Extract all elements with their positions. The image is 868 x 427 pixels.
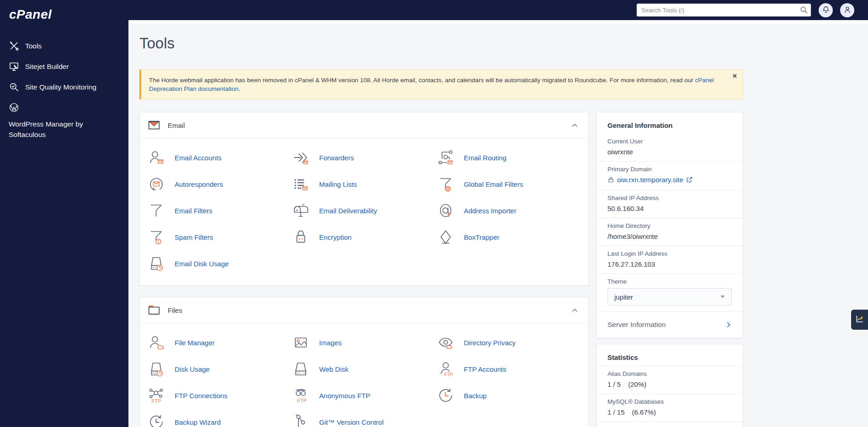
files-section-title: Files: [168, 306, 182, 314]
sidebar-item-label: Site Quality Monitoring: [25, 82, 96, 92]
encryption-link[interactable]: Encryption: [292, 226, 436, 248]
directory-privacy-link[interactable]: Directory Privacy: [437, 332, 581, 353]
email-section-header[interactable]: Email: [140, 112, 588, 138]
info-label: Current User: [607, 138, 732, 145]
stat-label: Alias Domains: [607, 370, 732, 377]
tool-item-label: Address Importer: [464, 207, 517, 215]
boxtrapper-link[interactable]: BoxTrapper: [437, 226, 581, 248]
anonymous-ftp-link[interactable]: FTPAnonymous FTP: [292, 385, 436, 406]
files-section-header[interactable]: Files: [140, 297, 588, 323]
email-routing-link[interactable]: Email Routing: [437, 147, 581, 169]
tool-item-label: File Manager: [175, 339, 215, 347]
notifications-button[interactable]: [819, 3, 833, 17]
disk-usage-link[interactable]: Disk Usage: [147, 358, 292, 380]
stat-percent: (20%): [628, 380, 646, 388]
email-filters-link[interactable]: Email Filters: [147, 200, 292, 221]
ftp-connections-link[interactable]: FTPFTP Connections: [147, 385, 292, 406]
server-information-label: Server Information: [607, 321, 666, 329]
main-content: Tools ✕ The Horde webmail application ha…: [128, 20, 868, 427]
info-row-theme: Theme jupiter: [596, 274, 743, 311]
sidebar-item-site-quality-monitoring[interactable]: Site Quality Monitoring: [0, 77, 128, 97]
address-importer-link[interactable]: Address Importer: [437, 200, 581, 221]
stat-value: 1 / 5(20%): [607, 380, 732, 388]
boxtrapper-icon: [437, 228, 455, 246]
sidebar-item-sitejet-builder[interactable]: Sitejet Builder: [0, 56, 128, 77]
email-accounts-link[interactable]: Email Accounts: [147, 147, 292, 169]
tool-item-label: Email Accounts: [175, 154, 222, 162]
info-label: Primary Domain: [607, 166, 732, 173]
info-label: Home Directory: [607, 222, 732, 229]
page-title: Tools: [139, 35, 857, 52]
email-accounts-icon: [147, 148, 165, 167]
info-row-last-login-ip-address: Last Login IP Address176.27.126.103: [596, 246, 743, 274]
info-row-primary-domain: Primary Domainoiw.rxn.temporary.site: [596, 161, 743, 190]
site-quality-monitoring-icon: [9, 82, 19, 92]
forwarders-link[interactable]: Forwarders: [292, 147, 436, 169]
tool-item-label: Directory Privacy: [464, 339, 516, 347]
account-button[interactable]: [840, 3, 854, 17]
svg-text:FTP: FTP: [444, 372, 453, 377]
stat-value: 1 / 15(6.67%): [607, 408, 732, 416]
sidebar-item-tools[interactable]: Tools: [0, 36, 128, 56]
stat-row-alias-domains: Alias Domains1 / 5(20%): [596, 366, 743, 394]
email-deliverability-link[interactable]: Email Deliverability: [292, 200, 436, 221]
tool-item-label: Spam Filters: [175, 233, 213, 241]
tool-item-label: Global Email Filters: [464, 180, 523, 188]
backup-wizard-link[interactable]: Backup Wizard: [147, 411, 292, 427]
mailing-lists-link[interactable]: Mailing Lists: [292, 173, 436, 195]
ftp-accounts-link[interactable]: FTPFTP Accounts: [437, 358, 581, 380]
disk-usage-icon: [147, 360, 165, 378]
search-icon: [800, 6, 808, 14]
close-icon[interactable]: ✕: [732, 73, 737, 79]
anonymous-ftp-icon: FTP: [292, 386, 310, 405]
tool-item-label: FTP Connections: [175, 392, 228, 400]
info-label: Shared IP Address: [607, 195, 732, 201]
tool-item-label: Disk Usage: [175, 365, 210, 373]
chevron-up-icon[interactable]: [571, 307, 578, 314]
tool-item-label: Email Routing: [464, 154, 506, 162]
backup-link[interactable]: Backup: [437, 385, 581, 406]
info-value: oiwrxnte: [607, 148, 732, 156]
chart-icon: [855, 314, 864, 325]
email-disk-usage-link[interactable]: Email Disk Usage: [147, 253, 292, 274]
primary-domain-link[interactable]: oiw.rxn.temporary.site: [607, 176, 693, 184]
global-email-filters-link[interactable]: Global Email Filters: [437, 173, 581, 195]
tool-item-label: BoxTrapper: [464, 233, 500, 241]
chevron-up-icon[interactable]: [571, 122, 578, 129]
email-routing-icon: [437, 148, 455, 167]
backup-wizard-icon: [147, 413, 165, 427]
ftp-accounts-icon: FTP: [437, 360, 455, 378]
tool-item-label: Anonymous FTP: [319, 392, 370, 400]
autoresponders-link[interactable]: Autoresponders: [147, 173, 292, 195]
sidebar-item-label: WordPress Manager by Softaculous: [9, 119, 121, 140]
svg-text:FTP: FTP: [152, 398, 161, 404]
external-link-icon: [686, 176, 693, 183]
images-icon: [292, 333, 310, 352]
tool-item-label: Backup Wizard: [175, 418, 221, 426]
tool-item-label: FTP Accounts: [464, 365, 506, 373]
general-information-card: General Information Current Useroiwrxnte…: [596, 112, 743, 338]
statistics-card: Statistics Alias Domains1 / 5(20%)MySQL®…: [596, 344, 743, 427]
analytics-flyout-button[interactable]: [851, 310, 868, 330]
git-version-control-link[interactable]: Git™ Version Control: [292, 411, 436, 427]
spam-filters-link[interactable]: Spam Filters: [147, 226, 292, 248]
global-email-filters-icon: [437, 175, 455, 193]
email-section-title: Email: [168, 121, 185, 129]
file-manager-link[interactable]: File Manager: [147, 332, 292, 353]
file-manager-icon: [147, 333, 165, 352]
forwarders-icon: [292, 148, 310, 167]
sidebar-item-label: Sitejet Builder: [25, 61, 69, 72]
web-disk-link[interactable]: Web Disk: [292, 358, 436, 380]
server-information-link[interactable]: Server Information: [596, 311, 743, 338]
top-bar: [128, 0, 868, 20]
theme-select[interactable]: jupiter: [607, 288, 732, 306]
wordpress-icon: [9, 102, 19, 113]
sidebar-item-wordpress-manager-by-softaculous[interactable]: WordPress Manager by Softaculous: [0, 97, 128, 145]
primary-domain-text: oiw.rxn.temporary.site: [617, 176, 683, 184]
cpanel-logo[interactable]: cPanel: [0, 0, 128, 22]
files-section-icon: [147, 303, 161, 317]
images-link[interactable]: Images: [292, 332, 436, 353]
search-input[interactable]: [636, 3, 811, 17]
email-disk-usage-icon: [147, 254, 165, 273]
email-filters-icon: [147, 201, 165, 220]
